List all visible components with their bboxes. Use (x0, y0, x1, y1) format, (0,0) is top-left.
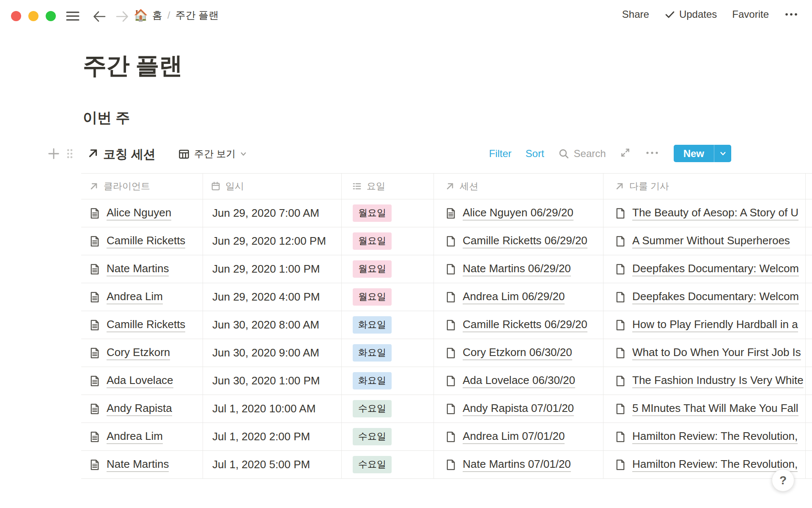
view-switcher[interactable]: 주간 보기 (178, 147, 247, 160)
session-link[interactable]: Cory Etzkorn 06/30/20 (463, 346, 572, 360)
add-block-icon[interactable] (47, 147, 60, 162)
datetime-cell[interactable]: Jun 30, 2020 1:00 PM (203, 367, 342, 395)
table-row[interactable]: Andrea Lim Jul 1, 2020 2:00 PM 수요일 An (81, 423, 812, 451)
client-link[interactable]: Cory Etzkorn (107, 346, 170, 360)
favorite-button[interactable]: Favorite (732, 8, 769, 20)
session-cell[interactable]: Andrea Lim 07/01/20 (434, 423, 604, 450)
updates-button[interactable]: Updates (664, 8, 717, 20)
day-chip[interactable]: 월요일 (353, 204, 392, 222)
article-link[interactable]: What to Do When Your First Job Is (632, 346, 801, 360)
client-link[interactable]: Nate Martins (107, 458, 169, 472)
column-header-articles[interactable]: 다룰 기사 (604, 174, 806, 199)
day-cell[interactable]: 화요일 (342, 311, 434, 339)
breadcrumb-current[interactable]: 주간 플랜 (175, 8, 219, 22)
article-cell[interactable]: A Summer Without Superheroes (604, 227, 806, 255)
datetime-cell[interactable]: Jul 1, 2020 10:00 AM (203, 395, 342, 422)
datetime-cell[interactable]: Jun 30, 2020 9:00 AM (203, 339, 342, 367)
session-cell[interactable]: Cory Etzkorn 06/30/20 (434, 339, 604, 367)
session-link[interactable]: Andrea Lim 07/01/20 (463, 430, 565, 444)
day-chip[interactable]: 월요일 (353, 288, 392, 306)
datetime-cell[interactable]: Jun 30, 2020 8:00 AM (203, 311, 342, 339)
client-cell[interactable]: Andrea Lim (81, 423, 203, 450)
day-chip[interactable]: 화요일 (353, 316, 392, 334)
client-cell[interactable]: Cory Etzkorn (81, 339, 203, 367)
drag-handle-icon[interactable] (66, 148, 74, 161)
client-cell[interactable]: Andrea Lim (81, 283, 203, 311)
session-link[interactable]: Nate Martins 06/29/20 (463, 262, 571, 276)
article-cell[interactable]: What to Do When Your First Job Is (604, 339, 806, 367)
day-chip[interactable]: 수요일 (353, 456, 392, 473)
session-link[interactable]: Andrea Lim 06/29/20 (463, 290, 565, 304)
session-cell[interactable]: Camille Ricketts 06/29/20 (434, 227, 604, 255)
expand-icon[interactable] (620, 147, 631, 160)
article-cell[interactable]: The Fashion Industry Is Very White (604, 367, 806, 395)
session-link[interactable]: Camille Ricketts 06/29/20 (463, 318, 587, 332)
client-link[interactable]: Andrea Lim (107, 430, 163, 444)
article-cell[interactable]: 5 MInutes That Will Make You Fall (604, 395, 806, 422)
client-cell[interactable]: Camille Ricketts (81, 311, 203, 339)
column-header-day[interactable]: 요일 (342, 174, 434, 199)
session-link[interactable]: Ada Lovelace 06/30/20 (463, 374, 575, 388)
client-link[interactable]: Ada Lovelace (107, 374, 173, 388)
day-cell[interactable]: 월요일 (342, 255, 434, 283)
article-link[interactable]: The Beauty of Aesop: A Story of U (632, 206, 798, 221)
day-cell[interactable]: 월요일 (342, 199, 434, 227)
article-link[interactable]: Deepfakes Documentary: Welcom (632, 290, 799, 304)
article-link[interactable]: Hamilton Review: The Revolution, (632, 458, 798, 472)
client-cell[interactable]: Camille Ricketts (81, 227, 203, 255)
day-cell[interactable]: 화요일 (342, 339, 434, 367)
datetime-cell[interactable]: Jun 29, 2020 1:00 PM (203, 255, 342, 283)
day-cell[interactable]: 수요일 (342, 423, 434, 450)
datetime-cell[interactable]: Jul 1, 2020 2:00 PM (203, 423, 342, 450)
day-chip[interactable]: 수요일 (353, 400, 392, 417)
back-icon[interactable] (92, 9, 107, 24)
datetime-cell[interactable]: Jun 29, 2020 7:00 AM (203, 199, 342, 227)
column-header-datetime[interactable]: 일시 (203, 174, 342, 199)
session-cell[interactable]: Alice Nguyen 06/29/20 (434, 199, 604, 227)
table-row[interactable]: Andy Rapista Jul 1, 2020 10:00 AM 수요일 (81, 395, 812, 423)
day-chip[interactable]: 수요일 (353, 428, 392, 445)
session-cell[interactable]: Camille Ricketts 06/29/20 (434, 311, 604, 339)
table-row[interactable]: Andrea Lim Jun 29, 2020 4:00 PM 월요일 A (81, 283, 812, 311)
client-cell[interactable]: Nate Martins (81, 255, 203, 283)
table-row[interactable]: Ada Lovelace Jun 30, 2020 1:00 PM 화요일 (81, 367, 812, 395)
session-link[interactable]: Alice Nguyen 06/29/20 (463, 206, 573, 221)
session-cell[interactable]: Andrea Lim 06/29/20 (434, 283, 604, 311)
table-row[interactable]: Nate Martins Jun 29, 2020 1:00 PM 월요일 (81, 255, 812, 283)
column-header-client[interactable]: 클라이언트 (81, 174, 203, 199)
client-cell[interactable]: Andy Rapista (81, 395, 203, 422)
new-button-label[interactable]: New (674, 145, 714, 162)
minimize-window-button[interactable] (28, 11, 38, 21)
article-link[interactable]: Deepfakes Documentary: Welcom (632, 262, 799, 276)
client-link[interactable]: Andy Rapista (107, 402, 172, 416)
client-link[interactable]: Andrea Lim (107, 290, 163, 304)
day-chip[interactable]: 화요일 (353, 344, 392, 362)
article-link[interactable]: A Summer Without Superheroes (632, 234, 790, 248)
client-link[interactable]: Camille Ricketts (107, 318, 185, 332)
datetime-cell[interactable]: Jun 29, 2020 12:00 PM (203, 227, 342, 255)
zoom-window-button[interactable] (46, 11, 56, 21)
day-chip[interactable]: 화요일 (353, 372, 392, 389)
client-link[interactable]: Camille Ricketts (107, 234, 185, 248)
collection-title[interactable]: 코칭 세션 (103, 146, 156, 163)
article-cell[interactable]: How to Play Friendly Hardball in a (604, 311, 806, 339)
more-options-icon[interactable] (784, 9, 798, 20)
section-heading[interactable]: 이번 주 (83, 108, 130, 128)
article-link[interactable]: Hamilton Review: The Revolution, (632, 430, 798, 444)
client-cell[interactable]: Alice Nguyen (81, 199, 203, 227)
filter-button[interactable]: Filter (489, 148, 511, 160)
day-chip[interactable]: 월요일 (353, 260, 392, 278)
sort-button[interactable]: Sort (526, 148, 544, 160)
day-cell[interactable]: 화요일 (342, 367, 434, 395)
day-cell[interactable]: 수요일 (342, 395, 434, 422)
article-link[interactable]: How to Play Friendly Hardball in a (632, 318, 798, 332)
client-link[interactable]: Alice Nguyen (107, 206, 171, 221)
session-cell[interactable]: Nate Martins 07/01/20 (434, 451, 604, 478)
day-chip[interactable]: 월요일 (353, 232, 392, 250)
session-cell[interactable]: Andy Rapista 07/01/20 (434, 395, 604, 422)
table-row[interactable]: Camille Ricketts Jun 30, 2020 8:00 AM 화요… (81, 311, 812, 339)
article-cell[interactable]: The Beauty of Aesop: A Story of U (604, 199, 806, 227)
page-title[interactable]: 주간 플랜 (83, 50, 182, 82)
article-cell[interactable]: Deepfakes Documentary: Welcom (604, 255, 806, 283)
article-link[interactable]: 5 MInutes That Will Make You Fall (632, 402, 798, 416)
